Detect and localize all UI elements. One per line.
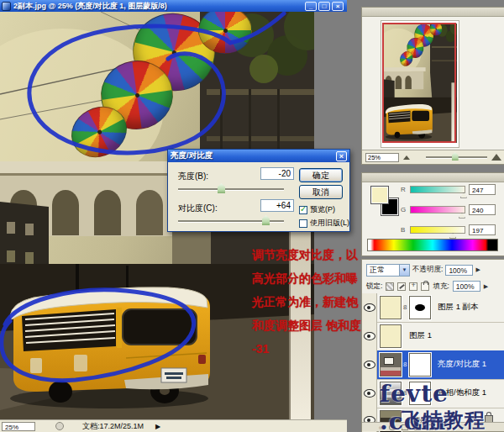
layer-mask-thumbnail[interactable]: [409, 353, 431, 377]
status-icon: [55, 422, 64, 430]
navigator-zoom-thumb[interactable]: [452, 152, 459, 161]
color-panel-header[interactable]: [362, 173, 504, 182]
layer-mask-thumbnail[interactable]: [409, 296, 431, 319]
status-flyout-icon[interactable]: ▶: [155, 423, 160, 430]
zoom-level-field[interactable]: 25%: [2, 422, 35, 431]
navigator-thumbnail[interactable]: [381, 21, 459, 147]
brightness-contrast-dialog: 亮度/对比度 × 亮度(B): 对比度(C): 确定 取消 ✓ 预览(P) 使用…: [167, 149, 350, 232]
dialog-close-button[interactable]: ×: [336, 151, 347, 161]
layer-name[interactable]: 图层 1 副本: [438, 302, 479, 313]
site-watermark-cn: 飞特教程网: [402, 407, 504, 432]
layer-visibility-toggle[interactable]: [362, 350, 377, 379]
close-button[interactable]: ×: [332, 2, 344, 11]
blend-mode-value: 正常: [370, 266, 385, 274]
red-channel-slider[interactable]: [410, 186, 465, 193]
channel-label: R: [401, 186, 407, 193]
layer-thumbnail[interactable]: [380, 324, 402, 348]
document-titlebar[interactable]: 2副本.jpg @ 25% (亮度/对比度 1, 图层蒙版/8) _ □ ×: [0, 0, 347, 12]
green-slider-thumb[interactable]: [459, 213, 465, 219]
lock-pixels-icon[interactable]: [397, 282, 406, 291]
lock-position-icon[interactable]: [409, 282, 417, 291]
layer-visibility-toggle[interactable]: [362, 379, 377, 408]
color-panel: R 247 G 240 B 197: [361, 172, 504, 256]
lock-row: 锁定: 填充: 100% ▶: [362, 279, 504, 293]
status-bar: 25% 文档:17.2M/25.1M ▶: [0, 419, 347, 432]
eye-icon: [364, 361, 375, 369]
maximize-button[interactable]: □: [318, 2, 330, 11]
photoshop-workspace: 2副本.jpg @ 25% (亮度/对比度 1, 图层蒙版/8) _ □ ×: [0, 0, 504, 432]
layer-thumbnail[interactable]: [380, 296, 402, 319]
brightness-slider[interactable]: [178, 188, 284, 190]
fill-flyout-icon[interactable]: ▶: [484, 283, 488, 290]
fill-value-field[interactable]: 100%: [453, 281, 480, 292]
zoom-out-icon[interactable]: [403, 155, 410, 160]
blue-slider-thumb[interactable]: [449, 233, 456, 239]
tutorial-annotation: 调节亮度对比度，以 高光部分的色彩和曝 光正常为准，新建饱 和度调整图层 饱和度…: [252, 243, 361, 361]
contrast-label: 对比度(C):: [178, 203, 218, 214]
blue-value-field[interactable]: 197: [469, 224, 496, 235]
eye-icon: [364, 332, 375, 340]
lock-all-icon[interactable]: [421, 282, 429, 291]
navigator-footer: [362, 150, 504, 164]
navigator-zoom-slider[interactable]: [426, 156, 487, 158]
layer-visibility-toggle[interactable]: [362, 322, 377, 350]
layer-row-layer1-copy[interactable]: 8 图层 1 副本: [362, 293, 504, 323]
layer-name[interactable]: 亮度/对比度 1: [438, 359, 486, 370]
channel-row-blue: B 197: [401, 224, 496, 235]
eye-icon: [364, 389, 375, 398]
preview-checkbox[interactable]: ✓: [299, 206, 307, 214]
legacy-checkbox[interactable]: [299, 219, 307, 228]
eye-icon: [364, 303, 375, 312]
navigator-panel-header[interactable]: [362, 8, 504, 17]
navigator-zoom-field[interactable]: [365, 153, 399, 162]
contrast-slider[interactable]: [178, 220, 284, 222]
opacity-flyout-icon[interactable]: ▶: [475, 266, 480, 273]
green-value-field[interactable]: 240: [469, 204, 496, 215]
legacy-checkbox-row: 使用旧版(L): [299, 218, 349, 229]
layer-row-brightness-contrast[interactable]: 8 亮度/对比度 1: [362, 350, 504, 380]
brightness-slider-thumb[interactable]: [218, 183, 225, 193]
link-icon: 8: [403, 303, 407, 311]
minimize-button[interactable]: _: [305, 2, 317, 11]
preview-checkbox-row: ✓ 预览(P): [299, 204, 335, 215]
channel-row-green: G 240: [401, 203, 496, 215]
preview-label: 预览(P): [310, 204, 335, 215]
contrast-slider-thumb[interactable]: [262, 215, 270, 225]
layer-visibility-toggle[interactable]: [362, 293, 377, 322]
cancel-button[interactable]: 取消: [299, 185, 343, 199]
blue-channel-slider[interactable]: [410, 226, 465, 234]
navigator-viewbox[interactable]: [382, 23, 456, 143]
document-icon: [2, 2, 11, 11]
ok-button[interactable]: 确定: [299, 168, 343, 182]
red-slider-thumb[interactable]: [460, 192, 467, 198]
fill-label: 填充:: [433, 282, 449, 292]
blend-mode-dropdown[interactable]: 正常 ▼: [366, 264, 410, 277]
green-channel-slider[interactable]: [410, 206, 465, 213]
document-title: 2副本.jpg @ 25% (亮度/对比度 1, 图层蒙版/8): [13, 1, 302, 12]
channel-label: B: [401, 226, 407, 234]
opacity-label: 不透明度:: [412, 265, 443, 275]
red-value-field[interactable]: 247: [469, 184, 496, 195]
dialog-titlebar[interactable]: 亮度/对比度 ×: [168, 150, 349, 162]
contrast-input[interactable]: [260, 199, 294, 212]
zoom-in-icon[interactable]: [491, 154, 501, 161]
lock-label: 锁定:: [366, 282, 382, 292]
link-icon: 8: [403, 361, 407, 368]
adjustment-layer-thumbnail[interactable]: [380, 353, 402, 377]
check-icon: ✓: [300, 204, 307, 213]
channel-label: G: [401, 206, 407, 213]
layer-name[interactable]: 图层 1: [409, 330, 432, 341]
color-spectrum-ramp[interactable]: [367, 239, 498, 251]
brightness-label: 亮度(B):: [178, 171, 208, 182]
annotation-line: 调节亮度对比度，以: [252, 243, 361, 266]
opacity-value-field[interactable]: 100%: [445, 265, 473, 276]
lock-transparency-icon[interactable]: [386, 282, 394, 291]
channel-row-red: R 247: [401, 183, 496, 195]
chevron-down-icon[interactable]: ▼: [399, 264, 410, 277]
foreground-color-swatch[interactable]: [370, 186, 389, 204]
annotation-line: -31: [252, 337, 361, 361]
dialog-body: 亮度(B): 对比度(C): 确定 取消 ✓ 预览(P) 使用旧版(L): [168, 162, 349, 231]
navigator-panel: [361, 7, 504, 165]
layer-row-layer1[interactable]: 图层 1: [362, 322, 504, 351]
brightness-input[interactable]: [260, 167, 294, 180]
